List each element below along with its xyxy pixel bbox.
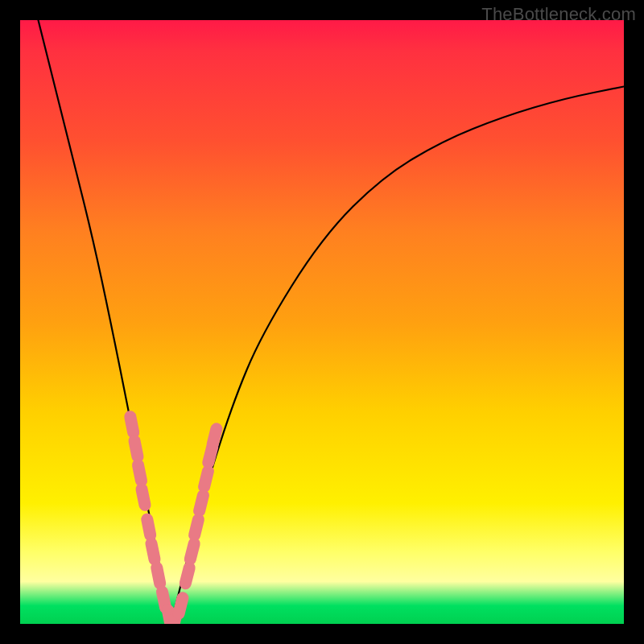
marker-point	[147, 519, 151, 535]
marker-point	[204, 471, 208, 486]
marker-point	[134, 441, 138, 457]
curve-right-branch	[171, 87, 625, 625]
marker-point	[195, 519, 199, 535]
marker-point	[185, 568, 189, 583]
marker-point	[142, 489, 145, 506]
marker-point	[151, 543, 155, 559]
marker-point	[157, 568, 160, 584]
marker-point	[213, 429, 217, 444]
marker-point	[130, 417, 134, 433]
bottleneck-curve-chart	[20, 20, 624, 624]
plot-area	[20, 20, 624, 624]
watermark-text: TheBottleneck.com	[481, 4, 636, 25]
marker-point	[138, 465, 142, 481]
marker-point	[200, 495, 204, 510]
marker-point	[190, 543, 194, 559]
marker-point	[179, 598, 183, 613]
